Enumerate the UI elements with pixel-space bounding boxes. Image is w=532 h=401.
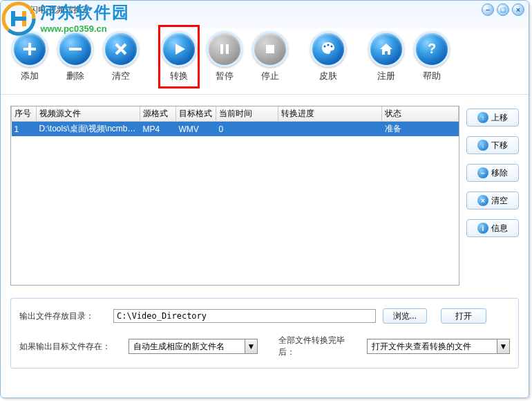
cell-srcfmt: MP4 [140,122,176,137]
pause-icon [207,31,243,67]
cell-index: 1 [12,122,37,137]
outdir-input[interactable] [113,309,376,323]
help-label: 帮助 [423,70,441,82]
svg-point-9 [324,45,326,47]
info-icon: i [477,223,488,234]
output-panel: 输出文件存放目录： 浏览... 打开 如果输出目标文件存在： 自动生成相应的新文… [10,298,519,369]
cell-curtime: 0 [216,122,278,137]
exists-value: 自动生成相应的新文件名 [129,341,245,353]
side-buttons: ↑上移 ↓下移 −移除 ×清空 i信息 [466,106,519,286]
col-curtime[interactable]: 当前时间 [216,106,278,122]
cell-source: D:\tools\桌面\视频\ncmbd... [37,122,140,137]
arrow-up-icon: ↑ [477,112,488,123]
skin-button[interactable]: 皮肤 [307,31,349,82]
app-window: 闪电·视频转换王 – □ × 添加 删除 清空 转换 暂停 停 [0,0,529,398]
after-label: 全部文件转换完毕后： [278,335,360,358]
plus-icon [12,31,48,67]
svg-rect-8 [266,45,274,53]
svg-point-11 [331,45,333,47]
add-label: 添加 [21,70,39,82]
chevron-down-icon: ▼ [497,339,509,353]
skin-label: 皮肤 [319,70,337,82]
titlebar: 闪电·视频转换王 – □ × [1,1,529,19]
clear-side-label: 清空 [491,195,508,207]
after-value: 打开文件夹查看转换的文件 [368,341,497,353]
col-dstfmt[interactable]: 目标格式 [176,106,216,122]
x-small-icon: × [477,195,488,206]
register-label: 注册 [377,70,395,82]
svg-text:?: ? [428,41,436,56]
svg-rect-7 [226,44,229,54]
svg-rect-5 [69,48,82,50]
window-title: 闪电·视频转换王 [30,4,90,16]
stop-label: 停止 [261,70,279,82]
col-index[interactable]: 序号 [12,106,37,122]
svg-point-10 [327,44,330,46]
arrow-down-icon: ↓ [477,140,488,151]
play-icon [161,31,197,67]
minimize-button[interactable]: – [482,3,494,16]
cell-progress [278,122,382,137]
open-button[interactable]: 打开 [441,308,486,324]
clear-side-button[interactable]: ×清空 [466,192,519,209]
col-progress[interactable]: 转换进度 [278,106,382,122]
file-table[interactable]: 序号 视频源文件 源格式 目标格式 当前时间 转换进度 状态 1 D:\tool… [10,106,459,286]
chevron-down-icon: ▼ [245,339,257,353]
browse-button[interactable]: 浏览... [383,308,427,324]
minus-icon [57,31,93,67]
info-label: 信息 [491,223,508,234]
x-icon [103,31,139,67]
clear-label: 清空 [112,70,130,82]
move-up-label: 上移 [491,112,508,124]
svg-rect-6 [220,44,223,54]
table-header-row: 序号 视频源文件 源格式 目标格式 当前时间 转换进度 状态 [12,106,459,122]
move-down-label: 下移 [491,140,508,151]
add-button[interactable]: 添加 [9,31,50,82]
home-icon [368,31,404,67]
exists-label: 如果输出目标文件存在： [19,341,122,353]
help-button[interactable]: ? 帮助 [411,31,453,82]
stop-icon [252,31,288,67]
question-icon: ? [414,31,450,67]
exists-combo[interactable]: 自动生成相应的新文件名 ▼ [129,339,258,354]
col-srcfmt[interactable]: 源格式 [140,106,176,122]
clear-button[interactable]: 清空 [100,31,142,82]
minus-small-icon: − [477,167,488,178]
maximize-button[interactable]: □ [497,3,509,16]
cell-status: 准备 [382,122,459,137]
col-source[interactable]: 视频源文件 [37,106,140,122]
col-status[interactable]: 状态 [382,106,459,122]
pause-button[interactable]: 暂停 [204,31,245,82]
move-down-button[interactable]: ↓下移 [466,136,519,154]
remove-button[interactable]: −移除 [466,164,519,182]
convert-label: 转换 [170,70,188,82]
close-button[interactable]: × [512,3,524,16]
main-toolbar: 添加 删除 清空 转换 暂停 停止 皮肤 注册 [1,19,529,95]
table-row[interactable]: 1 D:\tools\桌面\视频\ncmbd... MP4 WMV 0 准备 [12,122,459,137]
skin-icon [310,31,346,67]
info-button[interactable]: i信息 [466,219,519,237]
convert-button[interactable]: 转换 [158,25,200,88]
stop-button[interactable]: 停止 [249,31,291,82]
remove-label: 移除 [491,167,508,179]
cell-dstfmt: WMV [176,122,216,137]
pause-label: 暂停 [216,70,234,82]
delete-label: 删除 [66,70,84,82]
after-combo[interactable]: 打开文件夹查看转换的文件 ▼ [367,339,510,354]
register-button[interactable]: 注册 [365,31,407,82]
delete-button[interactable]: 删除 [55,31,96,82]
outdir-label: 输出文件存放目录： [19,310,106,322]
move-up-button[interactable]: ↑上移 [466,109,519,127]
